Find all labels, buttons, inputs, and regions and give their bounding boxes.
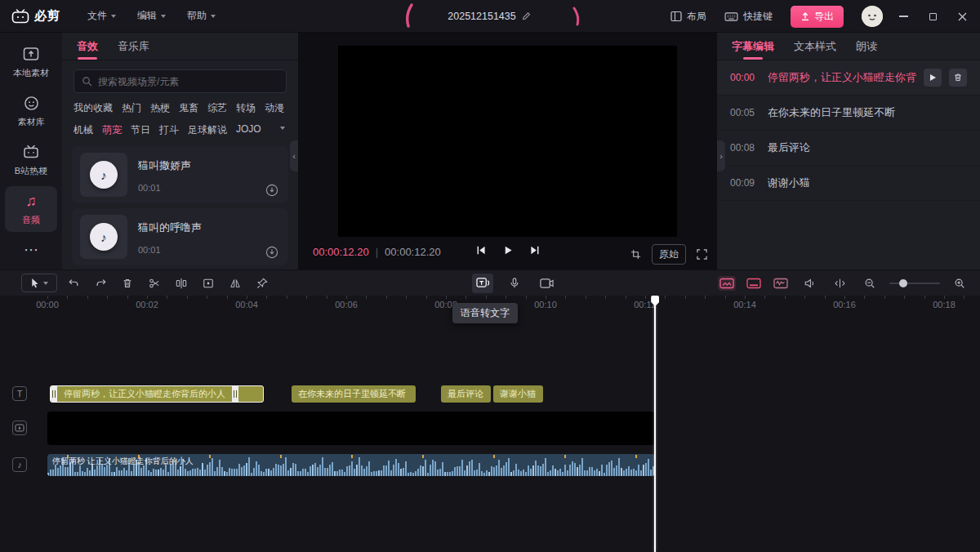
timeline-zoom-slider[interactable]	[889, 283, 940, 284]
tab-read-aloud[interactable]: 朗读	[856, 33, 877, 60]
tv-icon	[23, 144, 39, 160]
subtitle-row[interactable]: 00:00停留两秒，让正义小猫瞪走你背后的小	[717, 60, 980, 96]
subtitle-actions	[924, 69, 967, 87]
edit-menu[interactable]: 编辑	[130, 6, 173, 26]
collapse-media-panel-button[interactable]: ‹	[290, 140, 298, 171]
text-clip[interactable]: 停留两秒，让正义小猫瞪走你背后的小人	[50, 385, 264, 403]
crop-icon[interactable]	[630, 249, 641, 260]
video-track-icon[interactable]	[12, 421, 27, 435]
clip-trim-handle[interactable]	[51, 386, 57, 402]
redo-button[interactable]	[90, 274, 111, 293]
select-tool-button[interactable]	[21, 274, 57, 292]
show-cover-toggle[interactable]	[718, 276, 736, 291]
mute-track-icon[interactable]	[799, 274, 820, 293]
maximize-icon[interactable]	[929, 13, 937, 20]
minimize-icon[interactable]	[899, 16, 908, 17]
sound-effect-card[interactable]: ♪猫叫的呼噜声00:01	[72, 208, 288, 265]
download-icon[interactable]	[265, 184, 278, 197]
sidebar-item-audio[interactable]: ♫ 音频	[5, 186, 57, 232]
close-icon[interactable]	[958, 12, 967, 21]
next-frame-button[interactable]	[529, 245, 540, 256]
category-chip[interactable]: 节日	[131, 123, 150, 137]
category-chip[interactable]: 打斗	[159, 123, 179, 137]
category-chip[interactable]: 转场	[236, 101, 256, 115]
fit-timeline-icon[interactable]	[829, 274, 850, 293]
category-chip[interactable]: 综艺	[207, 101, 227, 115]
tab-sound-effects[interactable]: 音效	[77, 33, 98, 60]
sidebar-item-bilibili-memes[interactable]: B站热梗	[5, 137, 57, 183]
beat-marker	[351, 455, 353, 458]
tab-text-style[interactable]: 文本样式	[794, 33, 836, 60]
category-chip[interactable]: 热梗	[150, 101, 170, 115]
category-chip[interactable]: 热门	[122, 101, 141, 115]
category-chip[interactable]: 动漫	[265, 101, 284, 115]
text-track-icon[interactable]: T	[12, 386, 27, 401]
subtitle-play-button[interactable]	[924, 69, 942, 87]
layout-button[interactable]: 布局	[670, 10, 706, 24]
zoom-slider-thumb[interactable]	[899, 279, 907, 287]
playhead[interactable]	[654, 296, 656, 552]
video-preview[interactable]	[338, 46, 677, 237]
delete-button[interactable]	[117, 274, 138, 293]
sidebar-item-asset-library[interactable]: 素材库	[5, 88, 57, 134]
subtitle-text[interactable]: 谢谢小猫	[768, 176, 967, 190]
category-chip[interactable]: 萌宠	[102, 123, 122, 137]
avatar[interactable]	[862, 6, 883, 27]
category-chip[interactable]: 我的收藏	[74, 101, 113, 115]
previous-frame-button[interactable]	[475, 245, 486, 256]
category-chip[interactable]: 足球解说	[188, 123, 227, 137]
category-chip[interactable]: 机械	[74, 123, 93, 137]
shortcuts-button[interactable]: 快捷键	[724, 10, 773, 24]
screen-record-button[interactable]	[536, 274, 557, 293]
record-voiceover-button[interactable]	[504, 274, 525, 293]
export-button[interactable]: 导出	[791, 6, 844, 28]
speech-to-text-button[interactable]	[472, 274, 493, 293]
sidebar-item-local-media[interactable]: 本地素材	[5, 39, 57, 85]
file-menu[interactable]: 文件	[80, 6, 123, 26]
subtitle-row[interactable]: 00:09谢谢小猫	[717, 166, 980, 201]
help-menu[interactable]: 帮助	[180, 6, 223, 26]
timeline[interactable]: 00:0000:0200:0400:0600:0800:1000:1200:14…	[0, 296, 980, 552]
text-clip[interactable]: 最后评论	[441, 385, 491, 403]
subtitle-text[interactable]: 最后评论	[768, 140, 967, 155]
subtitle-row[interactable]: 00:08最后评论	[717, 131, 980, 166]
subtitle-text[interactable]: 在你未来的日子里顿延不断	[768, 105, 967, 120]
scale-mode-button[interactable]: 原始	[652, 244, 686, 265]
tab-music-library[interactable]: 音乐库	[118, 33, 149, 60]
play-button[interactable]	[502, 245, 513, 256]
zoom-in-icon[interactable]	[949, 274, 970, 293]
subtitle-row[interactable]: 00:05在你未来的日子里顿延不断	[717, 96, 980, 131]
show-subtitle-toggle[interactable]	[745, 276, 763, 291]
search-input[interactable]	[98, 76, 278, 87]
undo-button[interactable]	[63, 274, 84, 293]
sidebar-item-more[interactable]: ⋯	[5, 235, 57, 264]
split-button[interactable]	[171, 274, 192, 293]
clip-trim-handle[interactable]	[232, 386, 238, 402]
rename-project-icon[interactable]	[522, 11, 532, 21]
audio-clip[interactable]: 停留两秒 让正义小猫瞪走你背后的小人	[47, 454, 655, 476]
freeze-frame-button[interactable]	[198, 274, 219, 293]
category-chip[interactable]: JOJO	[236, 123, 261, 137]
zoom-out-icon[interactable]	[859, 274, 880, 293]
mirror-button[interactable]	[225, 274, 246, 293]
subtitle-text[interactable]: 停留两秒，让正义小猫瞪走你背后的小	[768, 70, 917, 85]
text-clip[interactable]: 谢谢小猫	[493, 385, 543, 403]
sound-effect-card[interactable]: ♪猫叫撒娇声00:01	[72, 146, 288, 203]
project-title[interactable]: 202512151435	[448, 11, 515, 22]
category-chip[interactable]: 鬼畜	[179, 101, 198, 115]
timeline-center-tools	[472, 274, 557, 293]
show-waveform-toggle[interactable]	[772, 276, 790, 291]
download-icon[interactable]	[265, 246, 278, 259]
audio-track-icon[interactable]: ♪	[12, 457, 27, 472]
subtitle-delete-button[interactable]	[949, 69, 967, 87]
bijian-logo[interactable]: 必剪	[11, 8, 60, 24]
cut-button[interactable]	[144, 274, 165, 293]
search-box[interactable]	[74, 69, 287, 93]
collapse-subtitle-panel-button[interactable]: ›	[717, 140, 725, 171]
fullscreen-icon[interactable]	[697, 249, 707, 260]
video-clip[interactable]	[47, 412, 655, 445]
text-clip[interactable]: 在你未来的日子里顿延不断	[292, 385, 416, 403]
tab-subtitle-edit[interactable]: 字幕编辑	[732, 33, 774, 60]
categories-expand-icon[interactable]	[280, 127, 285, 130]
pin-button[interactable]	[252, 274, 273, 293]
